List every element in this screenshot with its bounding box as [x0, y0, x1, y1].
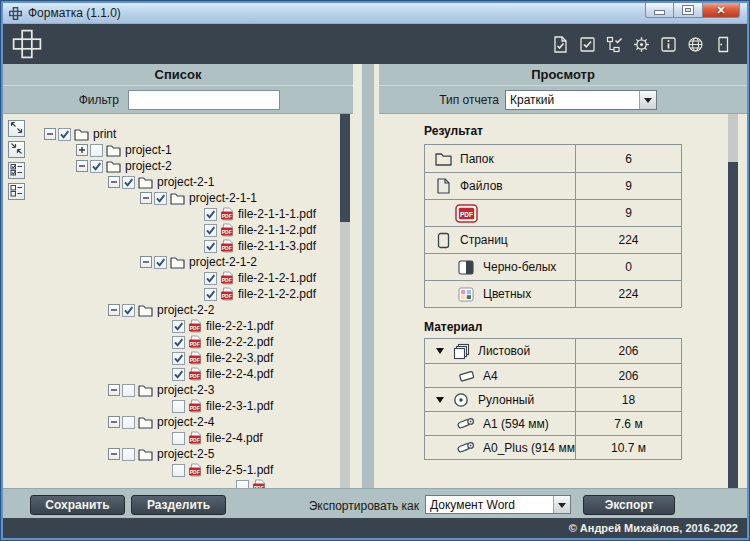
tree-row-file[interactable]: PDFfile-2-2-1.pdf: [3, 318, 341, 334]
tree-checkbox[interactable]: [172, 336, 185, 349]
collapse-triangle-icon[interactable]: [436, 397, 444, 403]
report-scrollbar-thumb[interactable]: [728, 162, 738, 488]
filter-input[interactable]: [128, 90, 280, 110]
tree-item-label: file-2-2-1.pdf: [206, 319, 273, 333]
settings-gear-icon[interactable]: [633, 36, 650, 53]
tree-expander-minus[interactable]: [108, 384, 120, 396]
toolbar-actions: [552, 24, 731, 64]
svg-text:PDF: PDF: [460, 210, 473, 217]
tree-row-file[interactable]: PDFfile-2-3-1.pdf: [3, 398, 341, 414]
pdf-file-icon: PDF: [188, 335, 202, 349]
tree-checkbox[interactable]: [172, 464, 185, 477]
dropdown-arrow-icon[interactable]: [553, 496, 570, 513]
roll-side-icon: [453, 416, 479, 431]
tree-row-file[interactable]: PDFfile-2-4.pdf: [3, 430, 341, 446]
tree-checkbox[interactable]: [172, 320, 185, 333]
tree-checkbox[interactable]: [236, 480, 249, 489]
tree-check-icon[interactable]: [606, 36, 623, 53]
tree-checkbox[interactable]: [204, 224, 217, 237]
tree-checkbox[interactable]: [90, 144, 103, 157]
tree-checkbox[interactable]: [204, 208, 217, 221]
tree-row-file[interactable]: PDFfile-2-1-1-1.pdf: [3, 206, 341, 222]
tree-row-folder[interactable]: project-2-2: [3, 302, 341, 318]
dropdown-arrow-icon[interactable]: [639, 91, 656, 109]
panel-splitter[interactable]: [362, 64, 374, 488]
tree-expander-minus[interactable]: [108, 448, 120, 460]
tree-checkbox[interactable]: [122, 384, 135, 397]
close-button[interactable]: ✕: [703, 3, 740, 18]
tree-row-folder[interactable]: project-2: [3, 158, 341, 174]
report-scrollbar-track[interactable]: [728, 114, 738, 162]
tree-row-folder[interactable]: print: [3, 126, 341, 142]
tree-row-file[interactable]: PDF: [3, 478, 341, 488]
tree-expander-minus[interactable]: [108, 176, 120, 188]
tree-scrollbar[interactable]: [340, 114, 350, 488]
tree-row-file[interactable]: PDFfile-2-1-1-3.pdf: [3, 238, 341, 254]
tree-checkbox[interactable]: [154, 192, 167, 205]
tree-checkbox[interactable]: [58, 128, 71, 141]
collapse-triangle-icon[interactable]: [436, 348, 444, 354]
tree-row-file[interactable]: PDFfile-2-2-2.pdf: [3, 334, 341, 350]
tree-row-folder[interactable]: project-2-1: [3, 174, 341, 190]
report-type-select[interactable]: Краткий: [505, 90, 657, 110]
file-tree-panel: printproject-1project-2project-2-1projec…: [3, 114, 353, 488]
tree-row-folder[interactable]: project-2-5: [3, 446, 341, 462]
tree-checkbox[interactable]: [172, 400, 185, 413]
tree-row-file[interactable]: PDFfile-2-1-1-2.pdf: [3, 222, 341, 238]
minimize-button[interactable]: [645, 3, 674, 18]
tree-row-file[interactable]: PDFfile-2-1-2-2.pdf: [3, 286, 341, 302]
exit-door-icon[interactable]: [714, 36, 731, 53]
tree-row-file[interactable]: PDFfile-2-1-2-1.pdf: [3, 270, 341, 286]
pdf-file-icon: PDF: [188, 351, 202, 365]
export-format-select[interactable]: Документ Word: [425, 495, 571, 514]
split-button[interactable]: Разделить: [131, 495, 226, 515]
result-row-value: 6: [575, 145, 681, 172]
title-bar: Форматка (1.1.0): [3, 3, 747, 24]
tree-row-file[interactable]: PDFfile-2-2-3.pdf: [3, 350, 341, 366]
info-icon[interactable]: [660, 36, 677, 53]
check-report-icon[interactable]: [579, 36, 596, 53]
tree-checkbox[interactable]: [204, 272, 217, 285]
tree-expander-minus[interactable]: [140, 192, 152, 204]
tree-item-label: project-2-1-2: [189, 255, 257, 269]
tree-expander-minus[interactable]: [108, 304, 120, 316]
tree-checkbox[interactable]: [204, 288, 217, 301]
tree-checkbox[interactable]: [172, 432, 185, 445]
tree-checkbox[interactable]: [172, 352, 185, 365]
window-title: Форматка (1.1.0): [28, 6, 121, 20]
report-scrollbar[interactable]: [728, 114, 738, 488]
tree-row-folder[interactable]: project-2-1-1: [3, 190, 341, 206]
tree-checkbox[interactable]: [122, 304, 135, 317]
tree-expander-minus[interactable]: [140, 256, 152, 268]
tree-scrollbar-thumb[interactable]: [340, 114, 350, 222]
file-icon: [430, 178, 456, 194]
report-file-icon[interactable]: [552, 36, 569, 53]
export-button[interactable]: Экспорт: [583, 495, 675, 515]
save-button[interactable]: Сохранить: [30, 495, 125, 515]
tree-checkbox[interactable]: [154, 256, 167, 269]
tree-row-folder[interactable]: project-2-1-2: [3, 254, 341, 270]
tree-checkbox[interactable]: [204, 240, 217, 253]
tree-checkbox[interactable]: [122, 176, 135, 189]
tree-scrollbar-track[interactable]: [340, 222, 350, 488]
svg-text:PDF: PDF: [190, 373, 200, 379]
pdf-badge-icon: PDF: [453, 204, 479, 223]
maximize-button[interactable]: [674, 3, 703, 18]
tree-checkbox[interactable]: [122, 416, 135, 429]
tree-expander-plus[interactable]: [76, 144, 88, 156]
tree-expander-minus[interactable]: [76, 160, 88, 172]
tree-expander-minus[interactable]: [108, 416, 120, 428]
tree-row-folder[interactable]: project-2-3: [3, 382, 341, 398]
tree-row-folder[interactable]: project-2-4: [3, 414, 341, 430]
tree-row-file[interactable]: PDFfile-2-2-4.pdf: [3, 366, 341, 382]
tree-expander-minus[interactable]: [44, 128, 56, 140]
globe-icon[interactable]: [687, 36, 704, 53]
tree-row-folder[interactable]: project-1: [3, 142, 341, 158]
pdf-file-icon: PDF: [188, 463, 202, 477]
tree-checkbox[interactable]: [172, 368, 185, 381]
tree-checkbox[interactable]: [122, 448, 135, 461]
tree-row-file[interactable]: PDFfile-2-5-1.pdf: [3, 462, 341, 478]
material-row-label-cell: A1 (594 мм): [425, 416, 575, 431]
material-table: Листовой206A4206Рулонный18A1 (594 мм)7.6…: [424, 338, 682, 460]
tree-checkbox[interactable]: [90, 160, 103, 173]
